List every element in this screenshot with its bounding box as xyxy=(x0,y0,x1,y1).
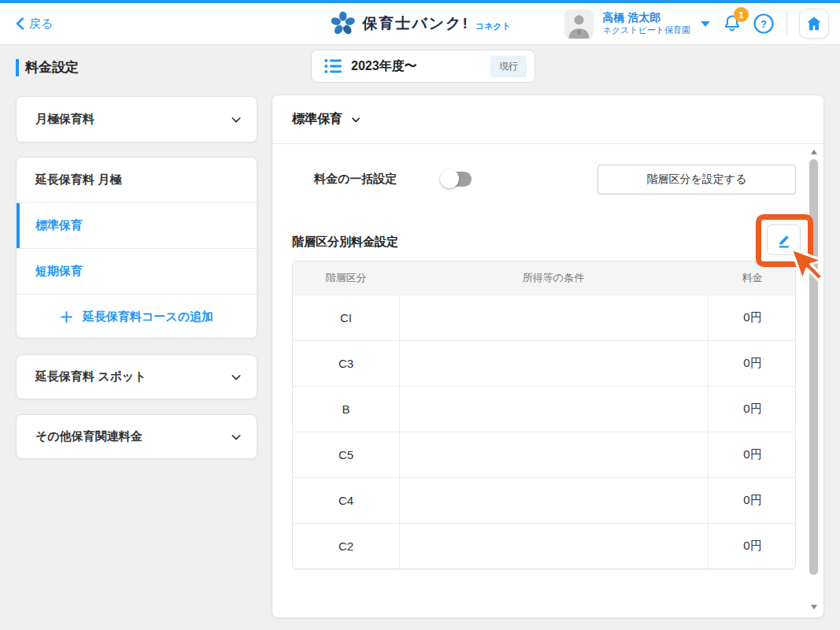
sidebar-item-extended-spot[interactable]: 延長保育料 スポット xyxy=(17,355,257,398)
sidebar-item-monthly-fee[interactable]: 月極保育料 xyxy=(17,97,257,142)
app-logo: 保育士バンク! コネクト xyxy=(329,10,511,37)
list-icon xyxy=(324,58,342,74)
fee-cell: 0円 xyxy=(708,432,796,477)
bulk-fee-setting-label: 料金の一括設定 xyxy=(314,172,397,187)
fee-cell: 0円 xyxy=(708,478,796,523)
pencil-edit-icon xyxy=(775,232,793,249)
column-header-tier: 階層区分 xyxy=(293,261,399,295)
condition-cell xyxy=(399,524,708,569)
table-row[interactable]: C5 0円 xyxy=(293,432,795,477)
tier-fee-table: 階層区分 所得等の条件 料金 CI 0円 C3 0円 B 0円 xyxy=(292,261,796,569)
vertical-scrollbar[interactable] xyxy=(809,146,819,613)
toggle-knob xyxy=(440,169,459,188)
sidebar-item-short-term-care[interactable]: 短期保育 xyxy=(17,249,257,295)
user-organization: ネクストビート保育園 xyxy=(602,25,690,36)
sakura-flower-icon xyxy=(329,10,356,37)
table-header-row: 階層区分 所得等の条件 料金 xyxy=(293,261,795,295)
question-icon: ? xyxy=(753,13,775,35)
condition-cell xyxy=(399,387,708,432)
condition-cell xyxy=(399,478,708,523)
svg-text:?: ? xyxy=(760,18,767,30)
notifications-button[interactable]: 1 xyxy=(720,12,744,35)
fee-cell: 0円 xyxy=(708,341,796,386)
title-accent-bar xyxy=(16,59,19,76)
add-course-label: 延長保育料コースの追加 xyxy=(83,309,213,324)
sidebar-item-label: その他保育関連料金 xyxy=(35,429,230,444)
user-avatar[interactable] xyxy=(564,9,594,39)
logo-title: 保育士バンク! xyxy=(362,13,469,34)
tier-cell: C3 xyxy=(293,341,399,386)
condition-cell xyxy=(399,295,708,340)
chevron-down-icon xyxy=(230,371,242,384)
table-row[interactable]: C4 0円 xyxy=(293,477,795,523)
scroll-up-arrow-icon[interactable] xyxy=(809,146,819,158)
sidebar-card-other-fees: その他保育関連料金 xyxy=(16,414,257,459)
column-header-condition: 所得等の条件 xyxy=(399,261,708,295)
scroll-down-arrow-icon[interactable] xyxy=(809,602,819,613)
condition-cell xyxy=(399,432,708,477)
header-divider xyxy=(786,12,787,35)
tier-cell: CI xyxy=(293,295,399,340)
add-extended-fee-course-button[interactable]: 延長保育料コースの追加 xyxy=(17,295,257,339)
page-title: 料金設定 xyxy=(25,58,79,76)
tier-cell: C5 xyxy=(293,432,399,477)
sidebar-item-label: 延長保育料 スポット xyxy=(35,369,230,384)
sidebar-item-other-fees[interactable]: その他保育関連料金 xyxy=(17,415,257,458)
app-window: 戻る 保育士バンク! コネクト xyxy=(0,0,840,630)
sidebar-card-extended-spot: 延長保育料 スポット xyxy=(16,354,257,399)
table-row[interactable]: B 0円 xyxy=(293,386,795,432)
sidebar-group-header-extended-monthly[interactable]: 延長保育料 月極 xyxy=(17,158,257,203)
page-title-block: 料金設定 xyxy=(16,58,79,76)
tier-cell: C4 xyxy=(293,478,399,523)
sidebar-item-label: 標準保育 xyxy=(35,218,257,233)
home-button[interactable] xyxy=(799,9,829,39)
tier-cell: C2 xyxy=(293,524,399,569)
tier-fee-table-title: 階層区分別料金設定 xyxy=(292,235,398,250)
plus-icon xyxy=(60,310,73,324)
sidebar-group-label: 延長保育料 月極 xyxy=(35,172,257,187)
set-tier-divisions-button[interactable]: 階層区分を設定する xyxy=(598,165,796,195)
edit-tier-fees-button[interactable] xyxy=(767,224,801,255)
current-badge: 現行 xyxy=(490,56,527,77)
sidebar-item-label: 月極保育料 xyxy=(35,112,230,127)
fee-cell: 0円 xyxy=(708,387,796,432)
sidebar-item-label: 短期保育 xyxy=(35,264,257,279)
main-panel: 標準保育 料金の一括設定 階層区分を設定する 階層区分別料金設定 xyxy=(272,94,824,618)
column-header-fee: 料金 xyxy=(708,261,796,295)
active-indicator-bar xyxy=(17,203,20,248)
tier-cell: B xyxy=(293,387,399,432)
scrollbar-thumb[interactable] xyxy=(809,159,818,575)
back-button[interactable]: 戻る xyxy=(16,17,53,32)
help-button[interactable]: ? xyxy=(753,13,775,35)
panel-header[interactable]: 標準保育 xyxy=(272,95,823,144)
person-icon xyxy=(564,9,594,39)
back-label: 戻る xyxy=(29,17,53,32)
fiscal-year-selector[interactable]: 2023年度〜 現行 xyxy=(311,50,535,83)
chevron-down-icon xyxy=(350,114,361,125)
app-header: 戻る 保育士バンク! コネクト xyxy=(0,3,840,45)
table-row[interactable]: CI 0円 xyxy=(293,295,795,340)
fiscal-year-label: 2023年度〜 xyxy=(351,58,481,75)
chevron-down-icon xyxy=(230,431,242,443)
condition-cell xyxy=(399,341,708,386)
home-icon xyxy=(805,15,823,32)
notification-count-badge: 1 xyxy=(734,7,749,22)
panel-scroll-area: 料金の一括設定 階層区分を設定する 階層区分別料金設定 階層区分 xyxy=(272,144,823,617)
sidebar-card-extended-monthly: 延長保育料 月極 標準保育 短期保育 延長保育料コースの追加 xyxy=(16,157,257,339)
fee-cell: 0円 xyxy=(708,524,796,569)
bulk-fee-toggle[interactable] xyxy=(440,169,473,188)
fee-cell: 0円 xyxy=(708,295,796,340)
sidebar-card-monthly-fee: 月極保育料 xyxy=(16,96,257,143)
chevron-down-icon[interactable] xyxy=(701,21,710,27)
sidebar-item-standard-care[interactable]: 標準保育 xyxy=(17,203,257,249)
table-row[interactable]: C3 0円 xyxy=(293,340,795,386)
panel-title: 標準保育 xyxy=(292,111,342,128)
logo-subtitle: コネクト xyxy=(476,20,511,32)
user-name: 高橋 浩太郎 xyxy=(602,11,690,25)
chevron-down-icon xyxy=(230,113,242,126)
chevron-left-icon xyxy=(16,17,24,30)
user-menu[interactable]: 高橋 浩太郎 ネクストビート保育園 xyxy=(602,11,690,35)
header-right-cluster: 高橋 浩太郎 ネクストビート保育園 1 ? xyxy=(564,9,829,39)
table-row[interactable]: C2 0円 xyxy=(293,523,795,569)
